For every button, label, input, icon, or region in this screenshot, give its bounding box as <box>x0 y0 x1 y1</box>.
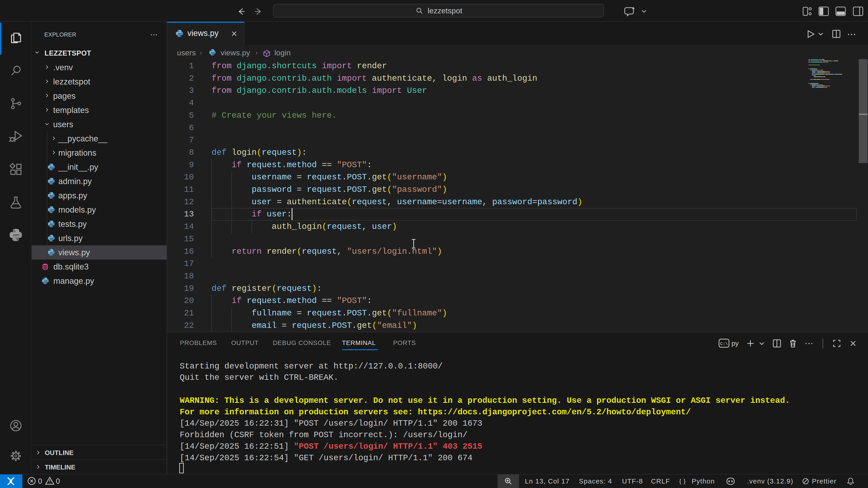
svg-text:C:\: C:\ <box>720 341 728 346</box>
